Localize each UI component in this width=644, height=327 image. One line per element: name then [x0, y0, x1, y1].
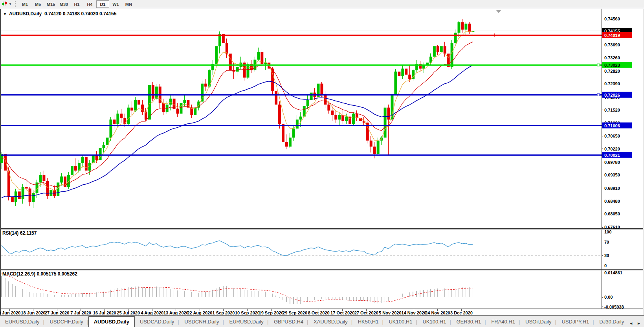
- svg-text:0.71520: 0.71520: [604, 108, 620, 112]
- ma-mid-line: [2, 42, 473, 187]
- svg-text:0.70021: 0.70021: [604, 153, 620, 158]
- svg-text:0.68480: 0.68480: [604, 199, 620, 204]
- collapse-triangle-icon[interactable]: ▼: [3, 12, 7, 16]
- svg-text:0.68050: 0.68050: [604, 211, 620, 216]
- svg-text:0.71006: 0.71006: [604, 123, 620, 128]
- svg-text:70: 70: [604, 240, 609, 244]
- svg-text:17 Oct 2020: 17 Oct 2020: [330, 310, 354, 315]
- rsi-name: RSI(14): [2, 230, 18, 236]
- chart-symbol-label: AUDUSD,Daily: [9, 11, 42, 17]
- candles-layer: [0, 19, 474, 215]
- svg-text:27 Oct 2020: 27 Oct 2020: [354, 310, 378, 315]
- svg-text:0.72026: 0.72026: [604, 93, 620, 97]
- macd-name: MACD(12,26,9): [2, 271, 35, 277]
- date-axis: 9 Jun 202018 Jun 202027 Jun 20207 Jul 20…: [0, 309, 473, 315]
- macd-values: 0.005175 0.005262: [37, 271, 77, 277]
- svg-text:9 Jun 2020: 9 Jun 2020: [0, 310, 20, 315]
- macd-indicator-label: MACD(12,26,9) 0.005175 0.005262: [2, 271, 77, 277]
- svg-text:0: 0: [604, 263, 607, 268]
- hline-handle: [597, 64, 600, 66]
- rsi-line: [2, 241, 473, 256]
- svg-text:0.68910: 0.68910: [604, 186, 620, 191]
- svg-text:22 Aug 2020: 22 Aug 2020: [187, 310, 213, 315]
- svg-text:0.73260: 0.73260: [604, 55, 620, 60]
- svg-text:27 Jun 2020: 27 Jun 2020: [45, 310, 69, 315]
- chart-ohlc-values: 0.74120 0.74188 0.74020 0.74155: [44, 11, 117, 17]
- svg-text:0.73023: 0.73023: [604, 63, 620, 68]
- svg-text:100: 100: [604, 230, 611, 234]
- svg-text:29 Sep 2020: 29 Sep 2020: [283, 310, 307, 315]
- svg-text:10 Sep 2020: 10 Sep 2020: [235, 310, 260, 315]
- svg-text:8 Oct 2020: 8 Oct 2020: [308, 310, 330, 315]
- svg-text:0.72390: 0.72390: [604, 81, 620, 86]
- price-chart-canvas[interactable]: 0.745600.736900.732600.728200.723900.719…: [0, 0, 644, 327]
- svg-text:30: 30: [604, 253, 609, 258]
- svg-text:24 Nov 2020: 24 Nov 2020: [425, 310, 450, 315]
- svg-text:7 Jul 2020: 7 Jul 2020: [70, 310, 91, 315]
- svg-text:0.70220: 0.70220: [604, 147, 620, 151]
- svg-text:25 Jul 2020: 25 Jul 2020: [117, 310, 140, 315]
- macd-panel: 0.0148610.00-0.005938: [2, 270, 624, 309]
- svg-text:0.74560: 0.74560: [604, 17, 620, 21]
- hline-handle: [597, 94, 600, 96]
- rsi-indicator-label: RSI(14) 62.1157: [2, 230, 37, 236]
- svg-text:0.014861: 0.014861: [604, 270, 622, 275]
- rsi-value: 62.1157: [20, 230, 37, 236]
- svg-text:0.69780: 0.69780: [604, 160, 620, 165]
- svg-text:18 Jun 2020: 18 Jun 2020: [21, 310, 45, 315]
- svg-text:0.00: 0.00: [604, 295, 613, 299]
- svg-text:5 Nov 2020: 5 Nov 2020: [379, 310, 401, 315]
- svg-text:0.72820: 0.72820: [604, 69, 620, 73]
- rsi-panel: 10070300: [1, 230, 611, 268]
- chart-tab-AUDUSD-Daily[interactable]: AUDUSD,Daily: [88, 316, 135, 327]
- svg-text:-0.005938: -0.005938: [604, 305, 624, 309]
- svg-text:14 Nov 2020: 14 Nov 2020: [402, 310, 427, 315]
- svg-text:0.73690: 0.73690: [604, 42, 620, 47]
- svg-text:0.67610: 0.67610: [604, 225, 620, 230]
- svg-text:16 Jul 2020: 16 Jul 2020: [93, 310, 116, 315]
- chart-title: ▼AUDUSD,Daily 0.74120 0.74188 0.74020 0.…: [3, 11, 116, 17]
- svg-text:0.69350: 0.69350: [604, 173, 620, 177]
- svg-text:1 Sep 2020: 1 Sep 2020: [213, 310, 235, 315]
- svg-text:13 Aug 2020: 13 Aug 2020: [163, 310, 189, 315]
- svg-text:19 Sep 2020: 19 Sep 2020: [259, 310, 284, 315]
- svg-text:0.70650: 0.70650: [604, 134, 620, 138]
- svg-text:4 Aug 2020: 4 Aug 2020: [141, 310, 163, 315]
- svg-text:0.74019: 0.74019: [604, 33, 620, 38]
- macd-signal-line: [2, 274, 473, 302]
- svg-text:3 Dec 2020: 3 Dec 2020: [450, 310, 473, 315]
- chart-shift-marker-icon: [496, 10, 501, 13]
